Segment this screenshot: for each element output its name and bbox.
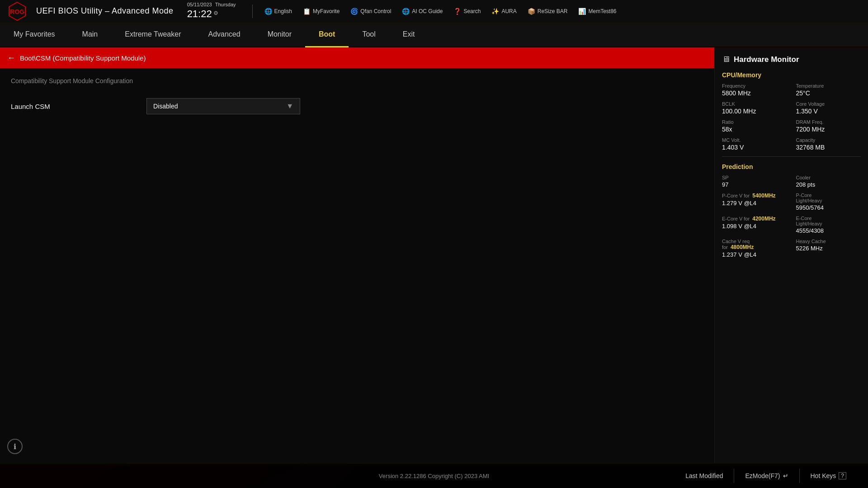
sp-label: SP [722,175,787,180]
sidebar-title: Hardware Monitor [734,55,799,64]
header: ROG UEFI BIOS Utility – Advanced Mode 05… [0,0,868,23]
launch-csm-value: Disabled [153,103,282,110]
core-voltage-value: 1.350 V [796,108,861,115]
svg-text:ROG: ROG [10,8,24,15]
core-voltage-block: Core Voltage 1.350 V [796,101,861,115]
nav-extreme[interactable]: Extreme Tweaker [111,23,194,47]
globe-icon: 🌐 [264,8,272,15]
last-modified-button[interactable]: Last Modified [675,469,734,483]
ezmode-arrow-icon: ↵ [783,472,788,479]
datetime: 05/11/2023 Thursday 21:22 ⚙ [187,1,236,21]
capacity-block: Capacity 32768 MB [796,137,861,151]
nav-boot[interactable]: Boot [305,23,349,47]
bclk-label: BCLK [722,101,787,107]
day: Thursday [215,2,236,7]
nav-boot-label: Boot [319,30,335,38]
dropdown-arrow-icon: ▼ [286,102,293,110]
breadcrumb: ← Boot\CSM (Compatibility Support Module… [0,47,714,68]
nav-main[interactable]: Main [69,23,112,47]
frequency-label: Frequency [722,83,787,89]
dram-freq-block: DRAM Freq. 7200 MHz [796,119,861,133]
cache-v-block: Cache V req for 4800MHz 1.237 V @L4 [722,239,787,258]
sp-cooler-row: SP 97 Cooler 208 pts [722,175,861,188]
memtest-icon: 📊 [578,8,586,15]
search-help-icon: ❓ [453,8,461,15]
temperature-label: Temperature [796,83,861,89]
pcore-v-freq: 5400MHz [752,192,775,199]
cpu-memory-section-title: CPU/Memory [722,71,861,79]
nav-favorites[interactable]: My Favorites [0,23,69,47]
ecore-v-block: E-Core V for 4200MHz 1.098 V @L4 [722,216,787,234]
heavy-cache-value: 5226 MHz [796,245,861,252]
mc-volt-block: MC Volt. 1.403 V [722,137,787,151]
breadcrumb-back-icon[interactable]: ← [7,53,15,63]
gear-icon[interactable]: ⚙ [213,10,218,17]
tool-search[interactable]: ❓ Search [449,6,485,17]
capacity-label: Capacity [796,137,861,143]
nav-exit[interactable]: Exit [389,23,429,47]
breadcrumb-text: Boot\CSM (Compatibility Support Module) [20,54,146,62]
ecore-lh-value: 4555/4308 [796,227,861,234]
ratio-value: 58x [722,126,787,133]
pcore-lh-block: P-Core Light/Heavy 5950/5764 [796,192,861,211]
tool-memtest[interactable]: 📊 MemTest86 [574,6,621,17]
main-layout: ← Boot\CSM (Compatibility Support Module… [0,47,868,463]
cooler-block: Cooler 208 pts [796,175,861,188]
ratio-block: Ratio 58x [722,119,787,133]
qfan-icon: 🌀 [350,8,358,15]
ratio-label: Ratio [722,119,787,125]
hotkeys-button[interactable]: Hot Keys ? [800,469,858,483]
cache-v-freq: 4800MHz [731,244,754,250]
launch-csm-dropdown[interactable]: Disabled ▼ [146,98,300,114]
aura-label: AURA [501,8,516,14]
myfavorite-label: MyFavorite [313,8,340,14]
pcore-lh-label: P-Core Light/Heavy [796,192,861,203]
ecore-v-value: 1.098 V @L4 [722,223,787,230]
qfan-label: Qfan Control [360,8,391,14]
settings-content: Compatibility Support Module Configurati… [0,68,714,463]
prediction-section-title: Prediction [722,163,861,170]
temperature-value: 25°C [796,89,861,97]
nav-advanced[interactable]: Advanced [194,23,254,47]
core-voltage-label: Core Voltage [796,101,861,107]
header-separator [252,5,253,18]
bottom-bar: Version 2.22.1286 Copyright (C) 2023 AMI… [0,463,868,488]
nav-monitor[interactable]: Monitor [254,23,305,47]
ecore-lh-label: E-Core Light/Heavy [796,216,861,226]
pcore-v-label: P-Core V for 5400MHz [722,192,787,199]
nav-tool[interactable]: Tool [349,23,389,47]
heavy-cache-block: Heavy Cache 5226 MHz [796,239,861,258]
english-label: English [274,8,292,14]
tool-aura[interactable]: ✨ AURA [487,6,521,17]
ecore-lh-block: E-Core Light/Heavy 4555/4308 [796,216,861,234]
logo-area: ROG [7,1,27,21]
pcore-v-value: 1.279 V @L4 [722,200,787,206]
aioc-label: AI OC Guide [412,8,443,14]
hardware-monitor-sidebar: 🖥 Hardware Monitor CPU/Memory Frequency … [714,47,868,463]
section-description: Compatibility Support Module Configurati… [11,77,703,84]
resizebar-label: ReSize BAR [538,8,568,14]
capacity-value: 32768 MB [796,144,861,151]
nav-favorites-label: My Favorites [14,30,55,38]
cooler-value: 208 pts [796,181,861,188]
pcore-v-block: P-Core V for 5400MHz 1.279 V @L4 [722,192,787,211]
tool-resizebar[interactable]: 📦 ReSize BAR [523,6,572,17]
tool-myfavorite[interactable]: 📋 MyFavorite [298,6,344,17]
ezmode-label: EzMode(F7) [745,472,780,479]
sidebar-title-area: 🖥 Hardware Monitor [722,55,861,64]
tool-english[interactable]: 🌐 English [260,6,297,17]
tool-aioc[interactable]: 🌐 AI OC Guide [397,6,447,17]
cooler-label: Cooler [796,175,861,180]
aioc-icon: 🌐 [402,8,410,15]
header-title: UEFI BIOS Utility – Advanced Mode [36,6,174,16]
tool-qfan[interactable]: 🌀 Qfan Control [346,6,396,17]
dram-freq-value: 7200 MHz [796,126,861,133]
hotkeys-help-icon: ? [839,472,846,479]
aura-icon: ✨ [491,8,499,15]
ecore-v-label: E-Core V for 4200MHz [722,216,787,222]
last-modified-label: Last Modified [685,472,723,479]
nav-extreme-label: Extreme Tweaker [125,30,181,38]
ezmode-button[interactable]: EzMode(F7) ↵ [734,469,799,483]
setting-row-launch-csm: Launch CSM Disabled ▼ [11,98,703,114]
info-button[interactable]: ℹ [7,439,23,454]
